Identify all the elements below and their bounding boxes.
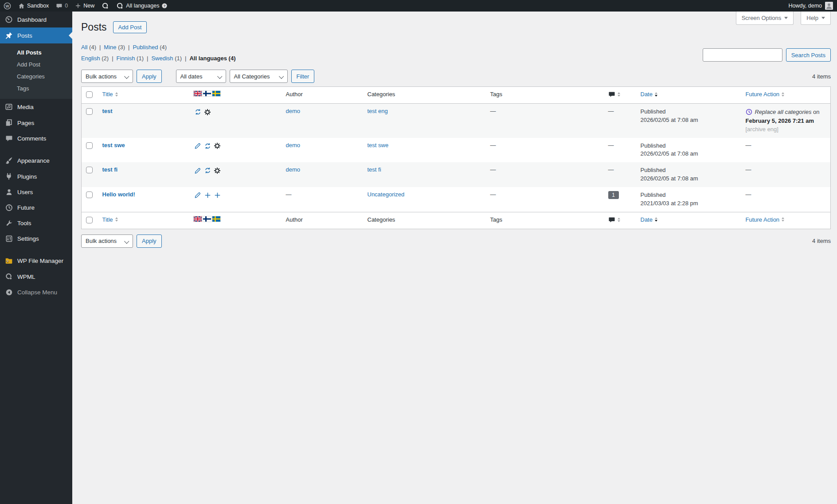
sidebar-item-wpml[interactable]: WPML: [0, 269, 72, 285]
row-checkbox[interactable]: [86, 108, 93, 115]
author-link[interactable]: demo: [286, 142, 301, 148]
sort-future-action-header[interactable]: Future Action: [746, 91, 826, 98]
author-link[interactable]: demo: [286, 108, 301, 114]
post-title-link[interactable]: Hello world!: [102, 191, 135, 198]
sidebar-item-settings[interactable]: Settings: [0, 231, 72, 246]
edit-pencil-icon[interactable]: [194, 166, 202, 175]
filter-button[interactable]: Filter: [291, 70, 315, 83]
sidebar-item-dashboard[interactable]: Dashboard: [0, 12, 72, 27]
translation-settings-gear-icon[interactable]: [213, 166, 222, 175]
account-menu[interactable]: Howdy, demo: [785, 0, 837, 12]
help-icon[interactable]: ?: [161, 3, 168, 9]
row-checkbox[interactable]: [86, 191, 93, 198]
sidebar-item-posts[interactable]: Posts: [0, 27, 72, 43]
lang-filter-finnish[interactable]: Finnish (1): [117, 55, 152, 62]
submenu-all-posts[interactable]: All Posts: [0, 47, 72, 59]
select-all-checkbox[interactable]: [86, 91, 93, 98]
flag-finnish-icon: [203, 216, 211, 222]
comment-count-bubble[interactable]: 1: [608, 191, 619, 199]
view-link[interactable]: All: [81, 44, 87, 51]
row-checkbox[interactable]: [86, 167, 93, 173]
tags-value: —: [490, 142, 496, 148]
add-translation-icon[interactable]: [213, 191, 222, 199]
post-title-link[interactable]: test: [102, 108, 113, 114]
wordpress-menu[interactable]: W: [0, 0, 15, 12]
wpml-admin-bar-shortcut[interactable]: [98, 0, 113, 12]
translation-settings-gear-icon[interactable]: [213, 142, 222, 150]
future-action-value: —: [746, 166, 751, 173]
site-name-link[interactable]: Sandbox: [15, 0, 52, 12]
sidebar-label: Users: [17, 189, 33, 195]
tags-value: —: [490, 108, 496, 114]
flag-swedish-icon: [212, 216, 220, 222]
sidebar-item-media[interactable]: Media: [0, 99, 72, 115]
collapse-menu-button[interactable]: Collapse Menu: [0, 285, 72, 300]
row-checkbox[interactable]: [86, 142, 93, 149]
post-title-link[interactable]: test fi: [102, 166, 118, 173]
view-mine[interactable]: Mine (3): [104, 44, 133, 51]
category-link[interactable]: test fi: [368, 166, 381, 173]
category-link[interactable]: test eng: [368, 108, 388, 114]
sort-down-active-icon: [655, 220, 657, 222]
lang-filter-link[interactable]: Swedish: [151, 55, 173, 62]
sidebar-item-wp-file-manager[interactable]: W WP File Manager: [0, 253, 72, 269]
view-count: (4): [160, 44, 167, 51]
lang-filter-link[interactable]: English: [81, 55, 100, 62]
view-link[interactable]: Published: [133, 44, 158, 51]
sort-future-action-header[interactable]: Future Action: [746, 216, 826, 223]
wpml-language-switcher[interactable]: All languages ?: [113, 0, 171, 12]
submenu-tags[interactable]: Tags: [0, 82, 72, 94]
sort-title-header[interactable]: Title: [102, 91, 185, 98]
search-posts-button[interactable]: Search Posts: [786, 48, 831, 62]
folder-icon: W: [4, 257, 13, 265]
lang-filter-all-languages[interactable]: All languages (4): [189, 55, 235, 62]
sidebar-item-future[interactable]: Future: [0, 200, 72, 215]
category-link[interactable]: Uncategorized: [368, 191, 405, 198]
edit-pencil-icon[interactable]: [194, 142, 202, 150]
sort-comments-header[interactable]: [608, 216, 632, 223]
sync-translation-icon[interactable]: [203, 166, 212, 175]
lang-filter-english[interactable]: English (2): [81, 55, 117, 62]
apply-button-bottom[interactable]: Apply: [137, 234, 162, 248]
admin-bar-comments[interactable]: 0: [52, 0, 71, 12]
bulk-actions-select[interactable]: Bulk actions: [81, 70, 133, 83]
search-input[interactable]: [703, 48, 782, 62]
dates-filter-select[interactable]: All dates: [176, 70, 226, 83]
post-title-link[interactable]: test swe: [102, 142, 125, 148]
sidebar-item-comments[interactable]: Comments: [0, 131, 72, 146]
lang-filter-swedish[interactable]: Swedish (1): [151, 55, 189, 62]
author-link[interactable]: demo: [286, 166, 301, 173]
select-all-checkbox[interactable]: [86, 217, 93, 223]
view-published[interactable]: Published (4): [133, 44, 167, 51]
submenu-categories[interactable]: Categories: [0, 70, 72, 82]
edit-pencil-icon[interactable]: [194, 191, 202, 199]
sync-translation-icon[interactable]: [203, 142, 212, 150]
sort-comments-header[interactable]: [608, 91, 632, 98]
sidebar-item-plugins[interactable]: Plugins: [0, 168, 72, 184]
status-views: All (4)Mine (3)Published (4): [81, 44, 235, 51]
view-all[interactable]: All (4): [81, 44, 104, 51]
bulk-actions-select-bottom[interactable]: Bulk actions: [81, 234, 133, 248]
submenu-add-post[interactable]: Add Post: [0, 59, 72, 70]
view-link[interactable]: Mine: [104, 44, 116, 51]
sidebar-item-pages[interactable]: Pages: [0, 115, 72, 131]
sidebar-item-appearance[interactable]: Appearance: [0, 152, 72, 168]
category-link[interactable]: test swe: [368, 142, 389, 148]
translation-settings-gear-icon[interactable]: [203, 108, 212, 116]
sort-title-header[interactable]: Title: [102, 216, 185, 223]
apply-button[interactable]: Apply: [137, 70, 162, 83]
screen-options-button[interactable]: Screen Options: [736, 12, 794, 25]
sort-date-header[interactable]: Date: [641, 216, 737, 223]
lang-filter-link[interactable]: Finnish: [117, 55, 135, 62]
add-translation-icon[interactable]: [203, 191, 212, 199]
sort-date-header[interactable]: Date: [641, 91, 737, 98]
add-post-button[interactable]: Add Post: [113, 21, 147, 33]
future-action-value: —: [746, 191, 751, 198]
sidebar-item-tools[interactable]: Tools: [0, 215, 72, 231]
post-date: 2026/02/05 at 7:08 am: [641, 116, 737, 125]
new-content-menu[interactable]: New: [71, 0, 98, 12]
categories-filter-select[interactable]: All Categories: [230, 70, 288, 83]
help-button[interactable]: Help: [801, 12, 831, 25]
sync-translation-icon[interactable]: [194, 108, 202, 116]
sidebar-item-users[interactable]: Users: [0, 184, 72, 200]
